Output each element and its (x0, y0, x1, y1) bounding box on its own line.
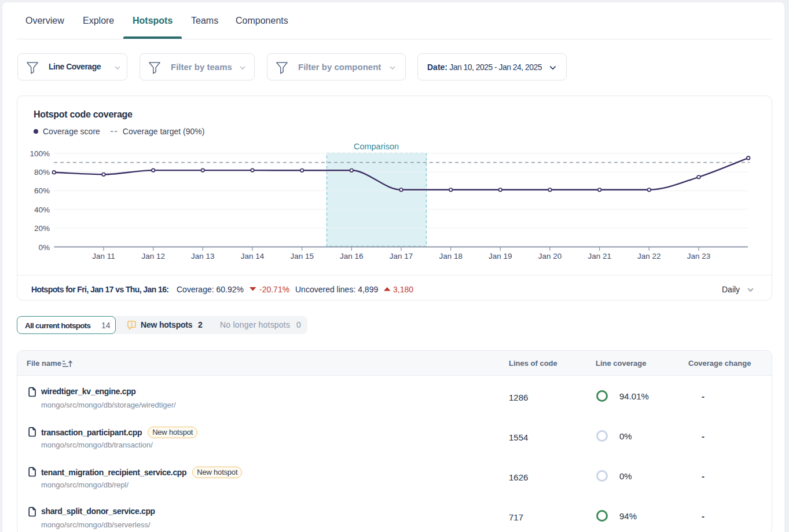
svg-text:Jan 11: Jan 11 (92, 252, 115, 261)
svg-text:Jan 12: Jan 12 (141, 252, 165, 261)
svg-text:80%: 80% (34, 168, 50, 177)
svg-text:Jan 17: Jan 17 (390, 252, 413, 261)
svg-text:Jan 13: Jan 13 (191, 252, 215, 261)
svg-text:Jan 23: Jan 23 (687, 252, 711, 261)
svg-text:Jan 22: Jan 22 (637, 252, 661, 261)
svg-text:Jan 20: Jan 20 (538, 252, 562, 261)
svg-text:Jan 21: Jan 21 (588, 252, 611, 261)
svg-text:100%: 100% (30, 149, 50, 158)
svg-text:Jan 15: Jan 15 (290, 252, 314, 261)
svg-text:Jan 16: Jan 16 (340, 252, 364, 261)
svg-text:0%: 0% (38, 243, 50, 252)
svg-text:60%: 60% (34, 186, 50, 195)
svg-text:Jan 19: Jan 19 (489, 252, 512, 261)
svg-text:20%: 20% (34, 224, 50, 233)
svg-text:Comparison: Comparison (354, 142, 399, 151)
svg-text:Jan 14: Jan 14 (241, 252, 265, 261)
svg-text:40%: 40% (34, 206, 50, 214)
svg-text:Jan 18: Jan 18 (439, 252, 463, 261)
